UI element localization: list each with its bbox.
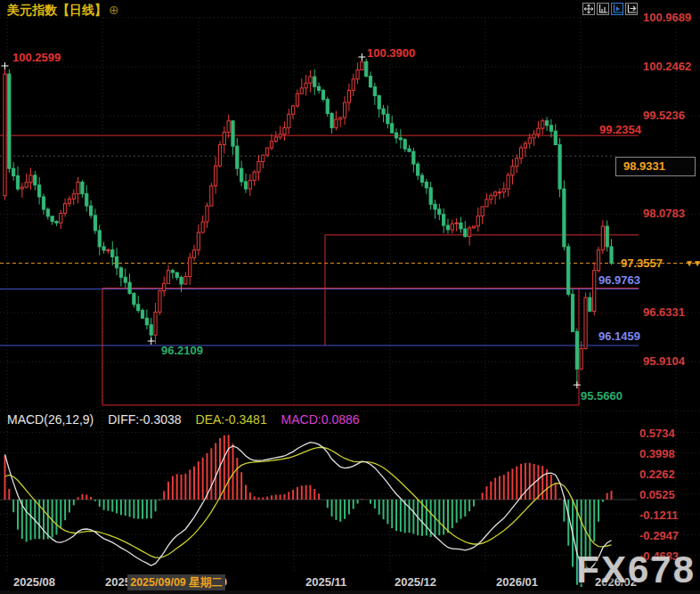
candle-body <box>266 148 269 155</box>
macd-name: MACD(26,12,9) <box>7 412 94 427</box>
axis-track-icon[interactable] <box>611 3 623 15</box>
candle-body <box>498 192 501 193</box>
candle-body <box>25 183 28 187</box>
axis-shift-icon[interactable] <box>625 3 638 15</box>
candle-body <box>51 216 53 222</box>
candle-body <box>382 109 385 114</box>
macd-axis-label: -0.2947 <box>639 529 679 542</box>
candle-body <box>167 271 169 284</box>
candle-body <box>347 90 350 102</box>
candle-body <box>494 192 497 196</box>
crosshair-price-box: 98.9331 <box>615 157 696 176</box>
chart-price-label: 96.2109 <box>161 344 203 357</box>
candle-body <box>455 223 458 224</box>
current-price-label: 97.3557 <box>621 256 663 270</box>
candle-body <box>309 77 312 83</box>
add-indicator-icon[interactable]: ⊕ <box>109 3 119 17</box>
candle-body <box>218 144 221 166</box>
candle-body <box>283 127 286 134</box>
candle-body <box>81 182 84 193</box>
candle-body <box>159 291 161 313</box>
candle-body <box>236 146 239 168</box>
candle-body <box>352 79 354 91</box>
candle-body <box>326 100 329 114</box>
candle-body <box>201 222 204 232</box>
candle-body <box>274 137 277 142</box>
candle-body <box>395 133 397 138</box>
candle-body <box>248 181 251 189</box>
candle-body <box>533 134 535 138</box>
candle-body <box>72 194 75 199</box>
candle-body <box>313 77 316 86</box>
candle-body <box>115 256 118 267</box>
candle-body <box>446 225 449 230</box>
candle-body <box>317 86 320 90</box>
candle-body <box>597 250 599 271</box>
diff-value: DIFF:-0.3038 <box>108 412 181 427</box>
move-cross-icon[interactable] <box>582 3 595 15</box>
x-axis-label: 2025/12 <box>395 575 436 589</box>
candle-body <box>403 140 406 149</box>
candle-body <box>502 189 505 192</box>
candle-body <box>55 222 58 224</box>
candle-body <box>133 293 135 304</box>
chart-price-label: 99.2354 <box>599 123 641 136</box>
candle-body <box>511 167 514 175</box>
candle-body <box>537 128 540 134</box>
candle-body <box>417 164 419 175</box>
candle-body <box>42 197 45 209</box>
candle-body <box>584 297 587 348</box>
candle-body <box>606 226 608 247</box>
candle-body <box>8 74 11 168</box>
candle-body <box>378 96 380 110</box>
candle-body <box>429 188 432 204</box>
price-axis-label: 99.5236 <box>643 109 685 122</box>
candle-body <box>365 61 368 76</box>
candle-body <box>232 121 234 146</box>
candle-body <box>593 271 596 312</box>
candle-body <box>154 312 157 335</box>
chart-canvas[interactable] <box>0 0 700 594</box>
price-axis-label: 95.9104 <box>643 354 685 368</box>
candle-body <box>68 199 70 204</box>
x-axis-label: 2026/01 <box>496 575 538 589</box>
crosshair-date-box: 2025/09/09 星期二 <box>127 574 225 590</box>
candle-body <box>215 166 217 186</box>
candle-body <box>343 102 346 118</box>
candle-body <box>472 226 475 228</box>
candle-body <box>34 175 37 185</box>
candle-body <box>464 229 467 237</box>
current-price-tag-icon[interactable]: ▼▼ <box>685 258 700 268</box>
candle-body <box>541 121 544 128</box>
candle-body <box>567 247 570 294</box>
price-axis-label: 98.0783 <box>643 207 685 220</box>
candle-body <box>558 144 561 189</box>
candle-body <box>438 209 441 215</box>
macd-legend: MACD(26,12,9) DIFF:-0.3038 DEA:-0.3481 M… <box>7 412 370 427</box>
candle-body <box>4 74 6 196</box>
chart-price-label: 96.1459 <box>598 330 640 343</box>
candle-body <box>38 185 41 197</box>
candle-body <box>124 277 126 282</box>
chart-price-label: 95.5660 <box>581 389 623 403</box>
candle-body <box>481 207 484 216</box>
brand-watermark: FX678 <box>576 549 696 591</box>
macd-value: MACD:0.0886 <box>281 412 360 427</box>
candle-body <box>571 294 574 331</box>
candle-body <box>373 87 376 96</box>
candle-body <box>554 131 557 144</box>
candle-body <box>150 325 152 335</box>
candle-body <box>94 216 96 231</box>
candle-body <box>507 175 509 189</box>
candle-body <box>210 186 213 206</box>
toolbar <box>582 3 638 15</box>
chart-window: 美元指数【日线】⊕ MACD(26,12,9) DIFF:-0.3038 DEA… <box>0 0 700 594</box>
axis-scale-icon[interactable] <box>597 3 609 15</box>
candle-body <box>528 138 531 143</box>
candle-body <box>524 143 526 148</box>
candle-body <box>408 149 411 151</box>
x-axis-label: 2025/11 <box>305 575 346 589</box>
candle-body <box>46 209 49 216</box>
candle-body <box>223 132 225 144</box>
candle-body <box>12 168 15 175</box>
